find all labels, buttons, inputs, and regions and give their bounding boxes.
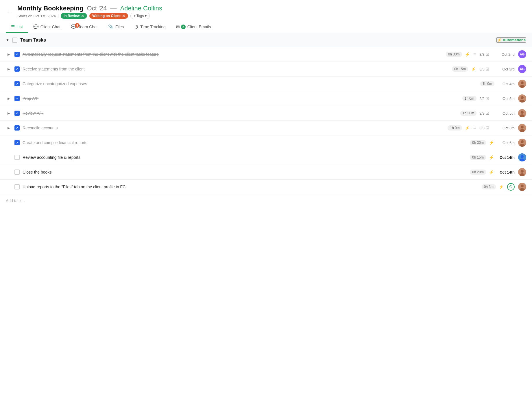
subtitle-row: Starts on Oct 1st, 2024 In Review ✕ Wait… — [17, 13, 162, 19]
expand-button[interactable]: ▶ — [6, 125, 12, 131]
task-name: Reconcile accounts — [23, 126, 443, 130]
subtask-count: 3/3 ☑ — [479, 111, 494, 116]
task-checkbox[interactable] — [14, 81, 20, 86]
tag-in-review-close[interactable]: ✕ — [81, 14, 84, 18]
tab-client-emails[interactable]: ✉ 2 Client Emails — [171, 21, 216, 33]
task-actions: ⚡≡3/3 ☑Oct 6th — [465, 124, 526, 132]
task-date: Oct 5th — [497, 111, 515, 116]
task-checkbox[interactable] — [14, 111, 20, 116]
chevron-down-icon: ▾ — [145, 14, 147, 18]
task-checkbox[interactable] — [14, 52, 20, 57]
time-badge: 0h 30m — [470, 140, 486, 145]
task-name: Close the books — [23, 170, 465, 174]
client-chat-icon: 💬 — [33, 24, 39, 29]
tag-waiting-on-client[interactable]: Waiting on Client ✕ — [89, 13, 128, 19]
task-row: ▶Reconcile accounts1h 0m⚡≡3/3 ☑Oct 6th — [0, 121, 532, 135]
client-emails-icon: ✉ — [176, 24, 180, 29]
task-row: Categorize uncategorized expenses1h 0mOc… — [0, 77, 532, 91]
nav-tabs: ☰ List 💬 Client Chat 💬 9 Team Chat 📎 Fil… — [6, 21, 526, 33]
tab-files-label: Files — [115, 25, 124, 29]
svg-point-1 — [521, 81, 524, 84]
team-chat-badge: 9 — [75, 23, 80, 28]
task-date: Oct 6th — [497, 126, 515, 130]
task-name: Receive statements from the client — [23, 67, 447, 71]
lightning-icon[interactable]: ⚡ — [471, 67, 476, 71]
task-checkbox[interactable] — [14, 125, 20, 131]
task-actions: ⚡⏱ — [499, 183, 526, 191]
expand-button — [6, 169, 12, 175]
section-select-all-checkbox[interactable] — [12, 38, 17, 43]
lightning-icon[interactable]: ⚡ — [499, 185, 504, 189]
time-tracking-icon: ⏱ — [134, 25, 138, 29]
task-list: ▶Automatically request statements from t… — [0, 47, 532, 194]
tab-client-chat[interactable]: 💬 Client Chat — [28, 21, 66, 33]
section-title: Team Tasks — [20, 38, 46, 43]
task-checkbox[interactable] — [14, 170, 20, 175]
menu-icon[interactable]: ≡ — [473, 125, 476, 131]
tab-team-chat-label: Team Chat — [78, 25, 98, 29]
back-button[interactable]: ← — [6, 8, 14, 16]
task-date: Oct 2nd — [497, 52, 515, 57]
divider — [58, 14, 58, 18]
avatar — [518, 168, 526, 176]
svg-point-22 — [521, 185, 524, 187]
time-badge: 0h 15m — [452, 66, 468, 72]
time-badge: 0h 3m — [482, 184, 496, 189]
task-checkbox[interactable] — [14, 140, 20, 145]
collapse-section-button[interactable]: ▼ — [6, 38, 9, 42]
svg-point-19 — [521, 170, 524, 173]
avatar: AG — [518, 50, 526, 58]
task-actions: ⚡Oct 14th — [489, 168, 526, 176]
task-name: Automatically request statements from th… — [23, 52, 441, 57]
tag-in-review[interactable]: In Review ✕ — [61, 13, 87, 19]
time-badge: 1h 30m — [460, 111, 476, 116]
period-label: Oct '24 — [87, 5, 107, 12]
task-date: Oct 3rd — [497, 67, 515, 71]
expand-button — [6, 184, 12, 190]
task-date: Oct 14th — [497, 170, 515, 174]
task-checkbox[interactable] — [14, 96, 20, 101]
svg-point-16 — [521, 155, 524, 158]
time-badge: 1h 0m — [448, 125, 462, 131]
time-badge: 1h 0m — [480, 81, 494, 86]
add-task-row[interactable]: Add task... — [0, 194, 532, 207]
lightning-icon[interactable]: ⚡ — [465, 126, 470, 130]
subtask-count: 2/2 ☑ — [479, 96, 494, 101]
lightning-icon[interactable]: ⚡ — [465, 52, 470, 57]
svg-point-4 — [521, 96, 524, 99]
automations-button[interactable]: ⚡ Automations — [496, 37, 526, 43]
clock-circle-icon[interactable]: ⏱ — [507, 183, 515, 191]
tag-waiting-label: Waiting on Client — [92, 14, 121, 18]
lightning-icon[interactable]: ⚡ — [489, 140, 494, 145]
tab-list-label: List — [16, 25, 23, 29]
tab-team-chat[interactable]: 💬 9 Team Chat — [66, 21, 103, 33]
lightning-icon[interactable]: ⚡ — [489, 155, 494, 160]
task-actions: ⚡3/3 ☑Oct 3rdAG — [471, 65, 526, 73]
menu-icon[interactable]: ≡ — [473, 52, 476, 57]
time-badge: 1h 0m — [462, 96, 476, 101]
task-checkbox[interactable] — [14, 66, 20, 72]
svg-point-7 — [521, 111, 524, 114]
expand-button[interactable]: ▶ — [6, 66, 12, 72]
task-actions: ⚡Oct 6th — [489, 139, 526, 147]
avatar: AG — [518, 65, 526, 73]
time-badge: 0h 20m — [470, 170, 486, 175]
task-row: Close the books0h 20m⚡Oct 14th — [0, 165, 532, 180]
client-name: Adeline Collins — [120, 5, 162, 12]
lightning-icon[interactable]: ⚡ — [489, 170, 494, 174]
section-title-row: ▼ Team Tasks — [6, 38, 46, 43]
tab-files[interactable]: 📎 Files — [103, 21, 129, 33]
expand-button[interactable]: ▶ — [6, 51, 12, 57]
expand-button[interactable]: ▶ — [6, 110, 12, 116]
tab-list[interactable]: ☰ List — [6, 21, 28, 33]
task-row: ▶Prep A/P1h 0m2/2 ☑Oct 5th — [0, 91, 532, 106]
tab-time-tracking[interactable]: ⏱ Time Tracking — [129, 21, 171, 33]
task-checkbox[interactable] — [14, 184, 20, 189]
tag-waiting-close[interactable]: ✕ — [122, 14, 125, 18]
task-name: Review A/R — [23, 111, 456, 116]
add-tags-button[interactable]: + Tags ▾ — [130, 13, 150, 19]
task-actions: 2/2 ☑Oct 5th — [479, 94, 526, 103]
task-checkbox[interactable] — [14, 155, 20, 160]
expand-button[interactable]: ▶ — [6, 96, 12, 101]
task-date: Oct 4th — [497, 82, 515, 86]
